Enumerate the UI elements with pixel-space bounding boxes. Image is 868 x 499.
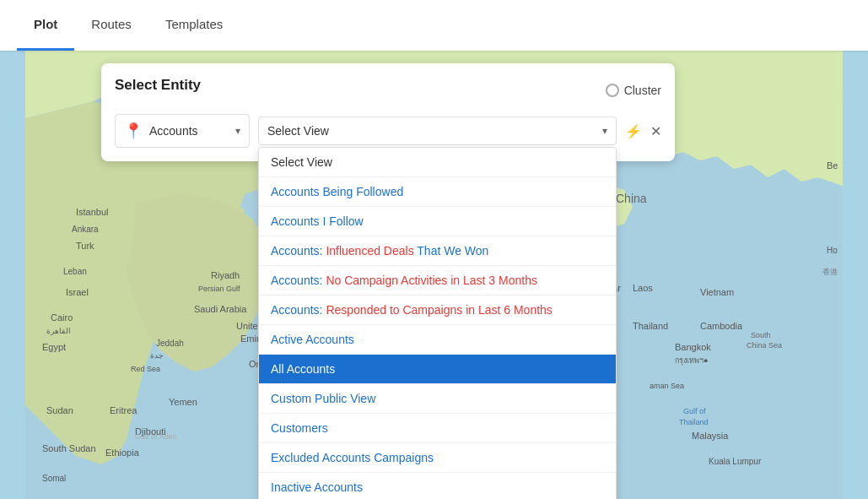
svg-text:Thailand: Thailand bbox=[633, 321, 668, 331]
svg-text:Laos: Laos bbox=[633, 283, 653, 293]
svg-text:Egypt: Egypt bbox=[42, 342, 66, 352]
dropdown-item[interactable]: Accounts: Responded to Campaigns in Last… bbox=[259, 296, 616, 325]
view-dropdown-arrow: ▾ bbox=[602, 125, 607, 137]
svg-text:Israel: Israel bbox=[66, 287, 89, 297]
dropdown-item[interactable]: Select View bbox=[259, 148, 616, 177]
view-dropdown-container: Select View ▾ Select ViewAccounts Being … bbox=[258, 117, 617, 145]
svg-text:Cambodia: Cambodia bbox=[700, 321, 743, 331]
svg-text:Turk: Turk bbox=[76, 241, 94, 251]
dropdown-item[interactable]: Inactive Accounts bbox=[259, 473, 616, 499]
svg-text:القاهرة: القاهرة bbox=[46, 327, 71, 336]
svg-text:Jeddah: Jeddah bbox=[156, 339, 184, 348]
dropdown-item[interactable]: Accounts: Influenced Deals That We Won bbox=[259, 236, 616, 266]
dropdown-item[interactable]: Accounts: No Campaign Activities in Last… bbox=[259, 266, 616, 296]
accounts-dropdown[interactable]: 📍 Accounts ▾ bbox=[115, 114, 250, 148]
svg-text:Saudi Arabia: Saudi Arabia bbox=[194, 304, 247, 314]
svg-text:China Sea: China Sea bbox=[747, 341, 782, 350]
svg-text:Eritrea: Eritrea bbox=[110, 405, 137, 415]
svg-text:Somal: Somal bbox=[42, 474, 66, 483]
svg-text:Sudan: Sudan bbox=[46, 405, 73, 415]
dropdown-list: Select ViewAccounts Being FollowedAccoun… bbox=[258, 147, 617, 499]
nav-item-routes[interactable]: Routes bbox=[74, 0, 148, 51]
svg-text:Gulf of: Gulf of bbox=[683, 407, 706, 415]
nav-item-plot[interactable]: Plot bbox=[17, 0, 74, 51]
svg-text:Bangkok: Bangkok bbox=[675, 342, 711, 352]
svg-text:Thailand: Thailand bbox=[679, 418, 709, 426]
panel-title: Select Entity bbox=[115, 77, 201, 94]
dropdown-item[interactable]: Excluded Accounts Campaigns bbox=[259, 443, 616, 473]
cluster-radio[interactable] bbox=[606, 84, 619, 97]
svg-text:aman Sea: aman Sea bbox=[650, 382, 684, 390]
nav-item-templates[interactable]: Templates bbox=[148, 0, 240, 51]
top-navigation: Plot Routes Templates bbox=[0, 0, 868, 51]
svg-text:Red Sea: Red Sea bbox=[131, 365, 160, 373]
select-view-label: Select View bbox=[267, 124, 329, 138]
svg-text:Leban: Leban bbox=[63, 267, 87, 276]
svg-text:جدة: جدة bbox=[150, 351, 164, 360]
svg-text:Yemen: Yemen bbox=[169, 397, 197, 407]
svg-text:Kuala Lumpur: Kuala Lumpur bbox=[709, 457, 762, 466]
svg-text:Gulf of Aden: Gulf of Aden bbox=[135, 432, 177, 441]
svg-text:Be: Be bbox=[827, 160, 838, 171]
dropdown-item[interactable]: Custom Public View bbox=[259, 384, 616, 414]
accounts-dropdown-arrow: ▾ bbox=[235, 125, 240, 137]
panel-controls: 📍 Accounts ▾ Select View ▾ Select ViewAc… bbox=[115, 114, 661, 148]
svg-text:South: South bbox=[751, 331, 771, 339]
svg-text:Cairo: Cairo bbox=[51, 312, 73, 323]
svg-text:Ho: Ho bbox=[827, 246, 838, 255]
cluster-label: Cluster bbox=[624, 84, 661, 97]
view-dropdown-trigger[interactable]: Select View ▾ bbox=[258, 117, 617, 145]
dropdown-item[interactable]: Accounts I Follow bbox=[259, 207, 616, 236]
accounts-label: Accounts bbox=[149, 124, 198, 138]
svg-text:กรุงเทพฯ●: กรุงเทพฯ● bbox=[675, 356, 708, 366]
svg-text:Ethiopia: Ethiopia bbox=[105, 447, 140, 458]
svg-text:Malaysia: Malaysia bbox=[692, 431, 729, 441]
svg-text:Riyadh: Riyadh bbox=[211, 270, 240, 280]
cluster-option[interactable]: Cluster bbox=[606, 84, 661, 97]
nav-label-routes: Routes bbox=[91, 17, 132, 31]
svg-text:Ankara: Ankara bbox=[72, 225, 99, 234]
dropdown-item[interactable]: Accounts Being Followed bbox=[259, 177, 616, 207]
dropdown-item[interactable]: All Accounts bbox=[259, 355, 616, 384]
dropdown-item[interactable]: Active Accounts bbox=[259, 325, 616, 355]
svg-text:South Sudan: South Sudan bbox=[42, 443, 96, 453]
select-entity-panel: Select Entity Cluster 📍 Accounts ▾ Selec… bbox=[101, 63, 675, 161]
svg-text:Vietnam: Vietnam bbox=[700, 287, 734, 297]
svg-text:Persian Gulf: Persian Gulf bbox=[198, 285, 240, 293]
nav-label-plot: Plot bbox=[34, 17, 57, 31]
close-icon[interactable]: ✕ bbox=[650, 123, 661, 139]
svg-text:China: China bbox=[616, 192, 647, 205]
svg-text:香港: 香港 bbox=[822, 268, 838, 276]
pin-icon: 📍 bbox=[124, 122, 143, 140]
svg-text:Istanbul: Istanbul bbox=[76, 207, 109, 217]
nav-label-templates: Templates bbox=[165, 17, 223, 31]
dropdown-item[interactable]: Customers bbox=[259, 414, 616, 443]
filter-icon[interactable]: ⚡ bbox=[625, 123, 642, 139]
